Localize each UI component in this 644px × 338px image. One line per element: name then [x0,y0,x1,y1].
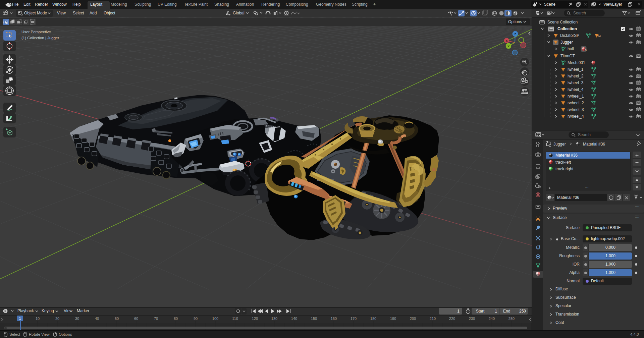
svg-text:110: 110 [232,317,238,321]
svg-text:Z: Z [514,33,516,36]
svg-text:Y: Y [507,45,509,48]
svg-text:10: 10 [36,317,40,321]
svg-text:40: 40 [95,317,99,321]
svg-text:230: 230 [469,317,475,321]
svg-text:200: 200 [410,317,416,321]
svg-text:3: 3 [585,49,587,52]
svg-text:80: 80 [174,317,178,321]
svg-text:30: 30 [75,317,79,321]
svg-text:20: 20 [55,317,59,321]
svg-text:180: 180 [370,317,376,321]
svg-text:120: 120 [252,317,258,321]
svg-text:130: 130 [271,317,277,321]
svg-text:140: 140 [291,317,297,321]
svg-text:X: X [506,39,508,43]
svg-text:50: 50 [115,317,119,321]
svg-text:150: 150 [311,317,317,321]
svg-text:240: 240 [489,317,495,321]
svg-text:210: 210 [430,317,436,321]
svg-text:250: 250 [508,317,515,321]
svg-text:100: 100 [212,317,218,321]
svg-text:220: 220 [449,317,455,321]
svg-text:70: 70 [154,317,158,321]
svg-text:90: 90 [194,317,198,321]
svg-text:170: 170 [351,317,357,321]
svg-text:160: 160 [331,317,337,321]
svg-text:190: 190 [390,317,396,321]
svg-text:60: 60 [134,317,138,321]
